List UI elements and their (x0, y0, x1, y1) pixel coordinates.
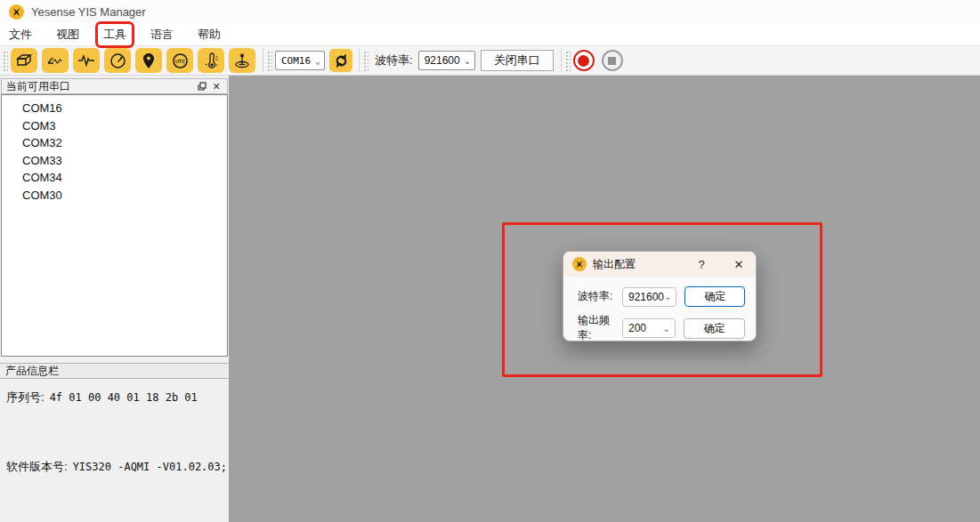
product-info-body: 序列号: 4f 01 00 40 01 18 2b 01 软件版本号: YIS3… (0, 379, 229, 475)
rate-confirm-button[interactable]: 确定 (684, 318, 745, 339)
record-icon (578, 55, 589, 67)
chevron-down-icon: ⌄ (464, 56, 471, 66)
dialog-rate-select[interactable]: 200 ⌄ (622, 318, 676, 338)
refresh-ports-button[interactable] (329, 49, 352, 72)
baud-rate-label: 波特率: (375, 52, 413, 68)
waveform-icon[interactable] (73, 48, 100, 73)
toolbar-grip[interactable] (3, 50, 8, 71)
serial-number-row: 序列号: 4f 01 00 40 01 18 2b 01 (6, 389, 223, 406)
product-info-title: 产品信息栏 (5, 364, 59, 379)
float-panel-icon[interactable] (195, 80, 209, 92)
list-item-port[interactable]: COM34 (2, 169, 227, 187)
serial-number-value: 4f 01 00 40 01 18 2b 01 (50, 391, 198, 404)
utc-clock-icon[interactable]: UTC (166, 48, 193, 73)
content-area: 当前可用串口 ✕ COM16 COM3 COM32 COM33 COM34 CO… (0, 76, 980, 522)
toolbar-grip[interactable] (565, 50, 571, 71)
location-pin-icon[interactable] (135, 48, 162, 73)
toolbar: UTC COM16 ⌄ 波特率: 921600 ⌄ 关闭串口 (0, 46, 980, 76)
menu-item-tools[interactable]: 工具 (97, 23, 133, 46)
baud-rate-select[interactable]: 921600 ⌄ (418, 51, 475, 70)
toolbar-separator (263, 49, 263, 72)
gauge-icon[interactable] (104, 48, 131, 73)
serial-ports-panel-header: 当前可用串口 ✕ (1, 78, 228, 94)
baud-rate-row: 波特率: 921600 ⌄ 确定 (578, 286, 745, 307)
chevron-down-icon: ⌄ (664, 292, 671, 301)
menu-item-file[interactable]: 文件 (3, 23, 38, 46)
toolbar-grip[interactable] (363, 50, 369, 71)
toolbar-separator (359, 49, 360, 72)
product-info-header: 产品信息栏 (0, 363, 229, 379)
workspace: 输出配置 ? ✕ 波特率: 921600 ⌄ 确定 输出频率: 200 (229, 76, 980, 522)
dialog-title: 输出配置 (593, 257, 692, 272)
stop-icon (608, 57, 616, 65)
cube-3d-icon[interactable] (11, 48, 37, 73)
window-titlebar: Yesense YIS Manager (0, 0, 980, 23)
list-item-port[interactable]: COM3 (2, 117, 227, 135)
list-item-port[interactable]: COM30 (2, 187, 227, 205)
menu-item-language[interactable]: 语言 (144, 23, 180, 46)
output-rate-row: 输出频率: 200 ⌄ 确定 (578, 313, 745, 343)
chevron-down-icon: ⌄ (663, 324, 670, 333)
svg-text:UTC: UTC (174, 59, 184, 64)
close-serial-port-button[interactable]: 关闭串口 (481, 50, 554, 71)
close-panel-icon[interactable]: ✕ (209, 80, 223, 92)
dialog-rate-value: 200 (628, 322, 646, 334)
list-item-port[interactable]: COM16 (2, 100, 227, 117)
software-version-value: YIS320 -AQMI -V01.02.03; (73, 461, 227, 473)
menu-item-view[interactable]: 视图 (50, 23, 85, 46)
port-select-value: COM16 (281, 55, 311, 67)
dialog-body: 波特率: 921600 ⌄ 确定 输出频率: 200 ⌄ 确定 (563, 277, 756, 343)
output-config-dialog: 输出配置 ? ✕ 波特率: 921600 ⌄ 确定 输出频率: 200 (563, 251, 757, 341)
dialog-baud-value: 921600 (628, 291, 664, 303)
dialog-titlebar: 输出配置 ? ✕ (563, 252, 756, 277)
software-version-label: 软件版本号: (6, 459, 68, 475)
chevron-down-icon: ⌄ (315, 56, 320, 66)
baud-confirm-button[interactable]: 确定 (684, 286, 745, 307)
list-item-port[interactable]: COM32 (2, 134, 227, 152)
joystick-icon[interactable] (229, 48, 255, 73)
window-title: Yesense YIS Manager (31, 5, 146, 19)
toolbar-grip[interactable] (267, 50, 272, 71)
baud-rate-value: 921600 (425, 54, 460, 67)
list-item-port[interactable]: COM33 (2, 152, 227, 170)
app-logo-icon (572, 257, 587, 271)
dialog-close-icon[interactable]: ✕ (729, 254, 749, 274)
port-select[interactable]: COM16 ⌄ (275, 51, 325, 70)
dialog-help-icon[interactable]: ? (692, 254, 711, 274)
serial-number-label: 序列号: (6, 389, 45, 406)
angle-wave-icon[interactable] (42, 48, 69, 73)
dialog-rate-label: 输出频率: (578, 313, 620, 343)
thermometer-icon[interactable] (198, 48, 224, 73)
serial-ports-panel-title: 当前可用串口 (6, 79, 195, 94)
software-version-row: 软件版本号: YIS320 -AQMI -V01.02.03; (6, 459, 223, 475)
toolbar-separator (561, 49, 562, 72)
serial-ports-panel: 当前可用串口 ✕ COM16 COM3 COM32 COM33 COM34 CO… (0, 76, 229, 522)
app-logo-icon (9, 4, 24, 20)
stop-button[interactable] (602, 50, 623, 71)
dialog-baud-label: 波特率: (578, 289, 620, 304)
dialog-baud-select[interactable]: 921600 ⌄ (622, 287, 676, 307)
serial-port-list: COM16 COM3 COM32 COM33 COM34 COM30 (1, 94, 228, 357)
record-button[interactable] (573, 50, 595, 71)
menu-item-help[interactable]: 帮助 (191, 23, 227, 46)
menu-bar: 文件 视图 工具 语言 帮助 (0, 23, 980, 46)
